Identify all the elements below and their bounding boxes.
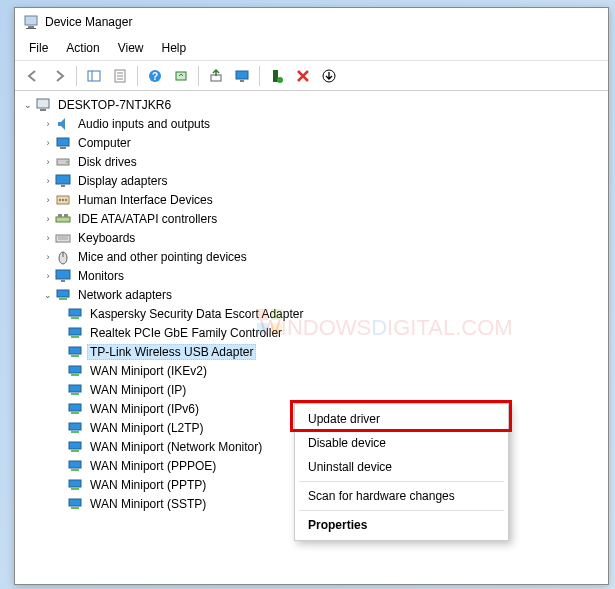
properties-button[interactable] xyxy=(108,65,132,87)
computer-icon xyxy=(55,135,71,151)
svg-rect-48 xyxy=(69,366,81,373)
svg-point-29 xyxy=(65,199,67,201)
chevron-right-icon[interactable]: › xyxy=(41,117,55,131)
chevron-right-icon[interactable]: › xyxy=(41,193,55,207)
chevron-right-icon[interactable]: › xyxy=(41,136,55,150)
svg-rect-19 xyxy=(40,109,46,111)
chevron-right-icon[interactable]: › xyxy=(41,174,55,188)
toolbar-separator xyxy=(76,66,77,86)
svg-rect-47 xyxy=(71,355,79,357)
svg-rect-56 xyxy=(69,442,81,449)
tree-category[interactable]: ›Display adapters xyxy=(17,171,606,190)
network-adapter-icon xyxy=(67,325,83,341)
context-disable-device[interactable]: Disable device xyxy=(298,431,505,455)
hid-icon xyxy=(55,192,71,208)
svg-rect-3 xyxy=(88,71,100,81)
context-properties[interactable]: Properties xyxy=(298,513,505,537)
tree-category[interactable]: ›Mice and other pointing devices xyxy=(17,247,606,266)
chevron-right-icon[interactable]: › xyxy=(41,269,55,283)
chevron-right-icon[interactable]: › xyxy=(41,250,55,264)
monitor-button[interactable] xyxy=(230,65,254,87)
tree-device[interactable]: Kaspersky Security Data Escort Adapter xyxy=(17,304,606,323)
menu-action[interactable]: Action xyxy=(58,38,107,58)
tree-device[interactable]: Realtek PCIe GbE Family Controller xyxy=(17,323,606,342)
svg-rect-40 xyxy=(57,290,69,297)
svg-point-27 xyxy=(59,199,61,201)
svg-rect-20 xyxy=(57,138,69,146)
context-menu: Update driver Disable device Uninstall d… xyxy=(294,403,509,541)
svg-rect-45 xyxy=(71,336,79,338)
svg-rect-41 xyxy=(59,298,67,300)
back-button[interactable] xyxy=(21,65,45,87)
svg-rect-1 xyxy=(28,26,34,28)
svg-rect-11 xyxy=(176,72,186,80)
context-scan-hardware[interactable]: Scan for hardware changes xyxy=(298,484,505,508)
svg-rect-55 xyxy=(71,431,79,433)
svg-point-16 xyxy=(277,77,283,83)
chevron-down-icon[interactable]: ⌄ xyxy=(41,288,55,302)
tree-category[interactable]: ›Human Interface Devices xyxy=(17,190,606,209)
svg-rect-57 xyxy=(71,450,79,452)
tree-device[interactable]: WAN Miniport (IP) xyxy=(17,380,606,399)
svg-rect-32 xyxy=(64,214,68,217)
context-update-driver[interactable]: Update driver xyxy=(298,407,505,431)
chevron-down-icon[interactable]: ⌄ xyxy=(21,98,35,112)
network-adapter-icon xyxy=(67,420,83,436)
menu-file[interactable]: File xyxy=(21,38,56,58)
network-adapter-icon xyxy=(67,401,83,417)
menu-help[interactable]: Help xyxy=(154,38,195,58)
svg-rect-18 xyxy=(37,99,49,108)
context-uninstall-device[interactable]: Uninstall device xyxy=(298,455,505,479)
svg-rect-52 xyxy=(69,404,81,411)
tree-category[interactable]: ›IDE ATA/ATAPI controllers xyxy=(17,209,606,228)
tree-device-selected[interactable]: TP-Link Wireless USB Adapter xyxy=(17,342,606,361)
forward-button[interactable] xyxy=(47,65,71,87)
uninstall-button[interactable] xyxy=(291,65,315,87)
mouse-icon xyxy=(55,249,71,265)
chevron-right-icon[interactable]: › xyxy=(41,155,55,169)
svg-rect-30 xyxy=(56,217,70,222)
scan-hardware-button[interactable] xyxy=(169,65,193,87)
keyboard-icon xyxy=(55,230,71,246)
svg-rect-62 xyxy=(69,499,81,506)
svg-rect-46 xyxy=(69,347,81,354)
svg-rect-38 xyxy=(56,270,70,279)
svg-rect-51 xyxy=(71,393,79,395)
tree-device[interactable]: WAN Miniport (IKEv2) xyxy=(17,361,606,380)
network-icon xyxy=(55,287,71,303)
tree-root[interactable]: ⌄ DESKTOP-7NTJKR6 xyxy=(17,95,606,114)
svg-rect-53 xyxy=(71,412,79,414)
svg-rect-44 xyxy=(69,328,81,335)
monitor-icon xyxy=(55,268,71,284)
svg-rect-14 xyxy=(240,80,244,82)
tree-category[interactable]: ›Audio inputs and outputs xyxy=(17,114,606,133)
svg-rect-50 xyxy=(69,385,81,392)
tree-category[interactable]: ›Monitors xyxy=(17,266,606,285)
tree-category[interactable]: ›Keyboards xyxy=(17,228,606,247)
chevron-right-icon[interactable]: › xyxy=(41,212,55,226)
tree-category[interactable]: ›Disk drives xyxy=(17,152,606,171)
show-hide-tree-button[interactable] xyxy=(82,65,106,87)
toolbar-separator xyxy=(259,66,260,86)
tree-category-network[interactable]: ⌄Network adapters xyxy=(17,285,606,304)
network-adapter-icon xyxy=(67,363,83,379)
svg-rect-39 xyxy=(61,280,65,282)
update-driver-button[interactable] xyxy=(204,65,228,87)
svg-rect-13 xyxy=(236,71,248,79)
network-adapter-icon xyxy=(67,306,83,322)
menu-view[interactable]: View xyxy=(110,38,152,58)
network-adapter-icon xyxy=(67,477,83,493)
context-separator xyxy=(299,481,504,482)
chevron-right-icon[interactable]: › xyxy=(41,231,55,245)
svg-rect-60 xyxy=(69,480,81,487)
help-button[interactable]: ? xyxy=(143,65,167,87)
toolbar-separator xyxy=(137,66,138,86)
tree-category[interactable]: ›Computer xyxy=(17,133,606,152)
svg-rect-43 xyxy=(71,317,79,319)
svg-rect-24 xyxy=(56,175,70,184)
down-button[interactable] xyxy=(317,65,341,87)
network-adapter-icon xyxy=(67,458,83,474)
window-title: Device Manager xyxy=(45,15,132,29)
enable-button[interactable] xyxy=(265,65,289,87)
svg-rect-63 xyxy=(71,507,79,509)
